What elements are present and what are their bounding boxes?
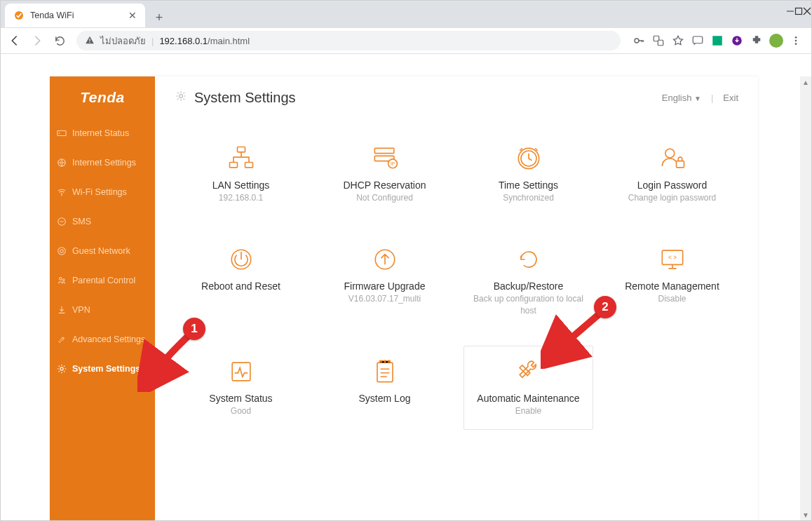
svg-rect-11	[712, 36, 722, 46]
tile-dhcp-reservation[interactable]: IP DHCP Reservation Not Configured	[320, 133, 449, 217]
tile-reboot-reset[interactable]: Reboot and Reset	[176, 234, 306, 329]
svg-point-17	[59, 133, 60, 134]
tools-icon	[513, 356, 544, 387]
svg-point-25	[60, 367, 63, 370]
scroll-up-icon[interactable]: ▲	[800, 76, 811, 88]
svg-rect-28	[229, 163, 237, 168]
password-key-icon[interactable]	[632, 34, 646, 48]
brand-logo: Tenda	[50, 76, 155, 119]
svg-point-21	[58, 248, 66, 255]
address-bar[interactable]: ไม่ปลอดภัย | 192.168.0.1/main.html	[76, 31, 621, 50]
reload-button[interactable]	[50, 31, 69, 50]
translate-icon[interactable]	[651, 34, 665, 48]
sidebar-item-guest-network[interactable]: Guest Network	[50, 236, 155, 266]
star-icon[interactable]	[671, 34, 685, 48]
svg-point-19	[61, 195, 62, 196]
vertical-scrollbar[interactable]: ▲ ▼	[800, 76, 811, 520]
sidebar-item-vpn[interactable]: VPN	[50, 295, 155, 325]
svg-rect-37	[676, 161, 684, 168]
menu-icon[interactable]	[789, 34, 803, 48]
tile-system-log[interactable]: System Log	[320, 346, 449, 430]
header-gear-icon	[175, 90, 187, 105]
tab-favicon	[13, 10, 25, 21]
tile-lan-settings[interactable]: LAN Settings 192.168.0.1	[176, 133, 306, 217]
gear-icon	[57, 364, 67, 374]
not-secure-icon	[85, 35, 95, 47]
sidebar-item-sms[interactable]: SMS	[50, 207, 155, 236]
tile-login-password[interactable]: Login Password Change login password	[607, 133, 737, 217]
svg-rect-5	[89, 39, 90, 41]
upgrade-icon	[370, 244, 400, 275]
sidebar-item-system-settings[interactable]: System Settings	[50, 354, 155, 384]
browser-window: Tenda WiFi ✕ +	[0, 0, 812, 521]
clock-icon	[513, 143, 544, 174]
tenda-app: Tenda Internet Status Internet Settings …	[50, 76, 758, 520]
svg-point-13	[795, 36, 797, 39]
ext-download-icon[interactable]	[730, 34, 744, 48]
window-maximize-button[interactable]	[794, 6, 803, 18]
tab-title: Tenda WiFi	[30, 11, 74, 20]
svg-point-14	[795, 40, 797, 42]
vpn-icon	[57, 305, 67, 315]
tile-remote-management[interactable]: < > Remote Management Disable	[607, 234, 737, 329]
svg-point-24	[62, 279, 65, 281]
tile-time-settings[interactable]: Time Settings Synchronized	[463, 133, 593, 217]
content-area: System Settings English ▼ | Exit LAN Set…	[155, 76, 758, 520]
svg-point-23	[60, 278, 62, 280]
sidebar-item-parental-control[interactable]: Parental Control	[50, 266, 155, 295]
sidebar: Tenda Internet Status Internet Settings …	[50, 76, 155, 520]
tab-strip: Tenda WiFi ✕ +	[1, 1, 811, 27]
remote-icon: < >	[657, 244, 688, 275]
back-button[interactable]	[5, 31, 25, 50]
svg-text:IP: IP	[390, 161, 394, 166]
page-viewport: Tenda Internet Status Internet Settings …	[1, 76, 811, 520]
tile-automatic-maintenance[interactable]: Automatic Maintenance Enable	[463, 346, 593, 430]
svg-rect-6	[89, 41, 90, 42]
globe-icon	[57, 158, 67, 168]
lock-user-icon	[657, 143, 688, 174]
parental-icon	[57, 276, 67, 285]
ext-chat-icon[interactable]	[691, 34, 705, 48]
tile-backup-restore[interactable]: Backup/Restore Back up configuration to …	[463, 234, 593, 329]
profile-avatar[interactable]	[769, 34, 783, 48]
tile-system-status[interactable]: System Status Good	[176, 346, 306, 430]
sidebar-item-internet-status[interactable]: Internet Status	[50, 119, 155, 148]
svg-rect-27	[237, 147, 245, 152]
language-selector[interactable]: English ▼	[662, 93, 701, 103]
ext-idm-icon[interactable]	[710, 34, 724, 48]
lan-icon	[226, 143, 257, 174]
extension-icons	[628, 34, 807, 48]
sidebar-item-wifi-settings[interactable]: Wi-Fi Settings	[50, 177, 155, 207]
wrench-icon	[57, 334, 67, 344]
svg-rect-30	[374, 148, 394, 153]
restore-icon	[513, 244, 544, 275]
new-tab-button[interactable]: +	[149, 8, 169, 27]
sidebar-item-internet-settings[interactable]: Internet Settings	[50, 148, 155, 177]
tab-close-icon[interactable]: ✕	[128, 10, 137, 21]
chevron-down-icon: ▼	[694, 95, 701, 102]
scroll-down-icon[interactable]: ▼	[800, 509, 811, 520]
page-title: System Settings	[194, 90, 296, 106]
heartbeat-icon	[226, 356, 257, 387]
svg-rect-10	[693, 36, 703, 43]
extensions-icon[interactable]	[750, 34, 764, 48]
svg-rect-43	[377, 363, 393, 382]
svg-text:< >: < >	[668, 255, 677, 261]
dhcp-icon: IP	[370, 143, 400, 174]
window-minimize-button[interactable]	[786, 6, 794, 18]
sidebar-item-advanced-settings[interactable]: Advanced Settings	[50, 325, 155, 354]
svg-rect-29	[245, 163, 252, 168]
exit-link[interactable]: Exit	[723, 93, 738, 103]
status-icon	[57, 128, 67, 138]
url-path: /main.html	[208, 36, 250, 46]
tile-firmware-upgrade[interactable]: Firmware Upgrade V16.03.07.17_multi	[320, 234, 449, 329]
window-close-button[interactable]	[803, 6, 811, 18]
svg-point-7	[635, 39, 639, 43]
svg-rect-2	[796, 8, 802, 15]
tab-tenda[interactable]: Tenda WiFi ✕	[5, 4, 145, 27]
log-icon	[370, 356, 400, 387]
settings-grid: LAN Settings 192.168.0.1 IP DHCP Reserva…	[155, 119, 758, 444]
forward-button[interactable]	[27, 31, 47, 50]
sms-icon	[57, 217, 67, 226]
content-header: System Settings English ▼ | Exit	[155, 76, 758, 119]
